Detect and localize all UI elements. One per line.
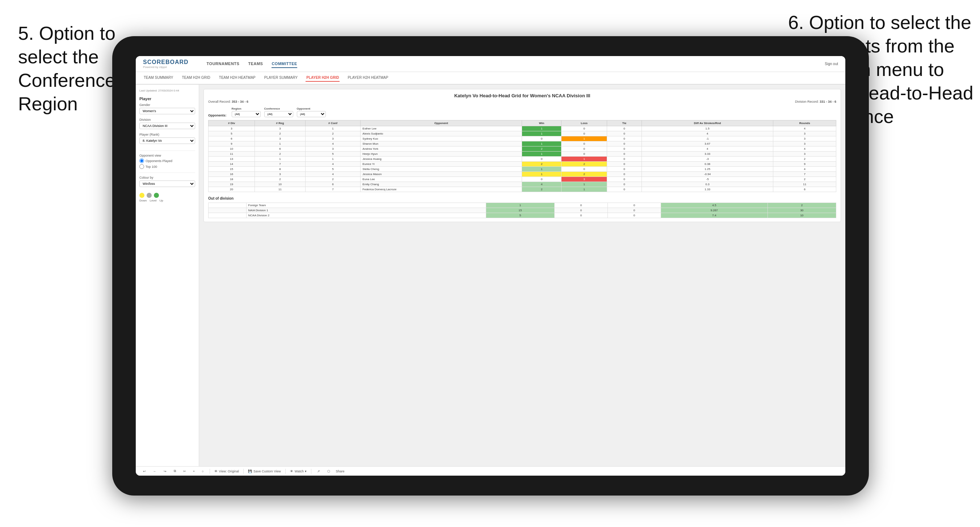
nav-teams[interactable]: TEAMS [248,60,263,68]
filter-region-label: Region [232,107,261,110]
last-updated-text: Last Updated: 27/03/2024 0:44 [139,89,195,92]
toolbar-redo[interactable]: ↪ [162,469,168,474]
tablet-screen: SCOREBOARD Powered by clippd TOURNAMENTS… [136,56,845,476]
player-rank-select[interactable]: 8. Katelyn Vo [139,137,195,144]
colour-dot-up [154,193,159,198]
logo-area: SCOREBOARD Powered by clippd [143,59,189,69]
opponents-filter-label: Opponents: [208,114,227,117]
subnav-team-summary[interactable]: TEAM SUMMARY [143,74,174,82]
filter-conference-select[interactable]: (All) [264,111,293,117]
division-select[interactable]: NCAA Division III [139,122,195,129]
colour-labels: Down Level Up [139,199,195,202]
filter-conference-label: Conference [264,107,293,110]
toolbar-sep2 [243,469,243,474]
out-of-division-title: Out of division [208,197,836,200]
toolbar-sep4 [311,469,311,474]
toolbar-share[interactable]: Share [336,470,345,473]
subnav-team-h2h-grid[interactable]: TEAM H2H GRID [181,74,211,82]
main-data-table: # Div # Reg # Conf Opponent Win Loss Tie… [208,120,836,192]
table-row: 1474Eunice Yi2200.389 [208,162,836,167]
table-row: 1125Heejo Hyun1003.333 [208,152,836,157]
col-reg: # Reg [255,121,305,126]
table-row: 914Sharon Mun1003.673 [208,141,836,146]
right-panel: Katelyn Vo Head-to-Head Grid for Women's… [199,85,845,466]
gender-select[interactable]: Women's [139,108,195,114]
toolbar-share-icon[interactable]: ↗ [316,469,321,474]
subnav-player-h2h-heatmap[interactable]: PLAYER H2H HEATMAP [347,74,389,82]
toolbar-back[interactable]: ← [152,469,158,474]
toolbar-save-custom-view[interactable]: 💾 Save Custom View [248,470,281,473]
table-row: 331Esther Lee1001.54 [208,126,836,131]
logo-sub: Powered by clippd [143,65,189,69]
col-opponent: Opponent [361,121,522,126]
filter-region-select[interactable]: (All) [232,111,261,117]
left-panel: Last Updated: 27/03/2024 0:44 Player Gen… [136,85,199,466]
table-row: 20117Federica Domecq Lacroze2101.336 [208,187,836,192]
grid-records: Overall Record: 353 - 34 - 6 Division Re… [208,100,836,103]
col-conf: # Conf [305,121,361,126]
table-row: 522Alexis Sudjianto10043 [208,131,836,137]
opponent-view-radio-group: Opponents Played Top 100 [139,159,195,169]
logo-text: SCOREBOARD [143,59,189,65]
toolbar-cut[interactable]: ✂ [182,469,188,474]
top-nav: SCOREBOARD Powered by clippd TOURNAMENTS… [136,56,845,72]
watch-icon: 👁 [290,470,293,473]
colour-label-down: Down [139,199,146,202]
subnav-player-summary[interactable]: PLAYER SUMMARY [264,74,298,82]
col-diff: Diff Av Strokes/Rnd [641,121,773,126]
out-of-division-section: Out of division Foreign Team1004.52NAIA … [208,197,836,218]
table-row: NAIA Division 115009.26730 [208,208,836,213]
col-tie: Tie [607,121,641,126]
subnav-player-h2h-grid[interactable]: PLAYER H2H GRID [305,74,340,82]
nav-committee[interactable]: COMMITTEE [272,60,297,68]
save-icon: 💾 [248,470,252,473]
eye-icon: 👁 [214,470,218,473]
toolbar-circle[interactable]: ○ [200,469,205,474]
toolbar-view-original[interactable]: 👁 View: Original [214,470,239,473]
division-label: Division [139,118,195,122]
colour-by-label: Colour by [139,176,195,179]
nav-items: TOURNAMENTS TEAMS COMMITTEE [207,60,814,68]
col-rounds: Rounds [773,121,836,126]
filter-group-opponent: Opponent (All) [297,107,326,117]
opponent-view-label: Opponent view [139,154,195,157]
grid-container: Katelyn Vo Head-to-Head Grid for Women's… [204,89,841,222]
toolbar-hex[interactable]: ⬡ [326,469,332,474]
col-loss: Loss [562,121,607,126]
out-of-division-table: Foreign Team1004.52NAIA Division 115009.… [208,203,836,218]
subnav-team-h2h-heatmap[interactable]: TEAM H2H HEATMAP [218,74,256,82]
table-row: 1063Andrea York20044 [208,146,836,152]
table-row: 19106Emily Chang4100.311 [208,182,836,187]
radio-top100[interactable]: Top 100 [139,164,195,169]
gender-label: Gender [139,103,195,107]
player-section-title: Player [139,97,195,101]
colour-label-level: Level [150,199,156,202]
col-div: # Div [208,121,255,126]
radio-opponents-played[interactable]: Opponents Played [139,159,195,163]
colour-dot-level [146,193,152,198]
toolbar-dot[interactable]: • [192,469,196,474]
table-row: NCAA Division 25007.410 [208,213,836,218]
bottom-toolbar: ↩ ← ↪ ⧉ ✂ • ○ 👁 View: Original 💾 Save Cu… [136,466,845,476]
filter-group-conference: Conference (All) [264,107,293,117]
toolbar-sep3 [285,469,286,474]
colour-label-up: Up [160,199,163,202]
colour-by-select[interactable]: Win/loss [139,181,195,187]
filter-group-region: Region (All) [232,107,261,117]
grid-title: Katelyn Vo Head-to-Head Grid for Women's… [208,93,836,98]
filter-opponent-select[interactable]: (All) [297,111,326,117]
toolbar-copy[interactable]: ⧉ [172,468,177,474]
toolbar-watch[interactable]: 👁 Watch ▾ [290,470,307,473]
table-row: 1822Euna Lee030-52 [208,177,836,182]
division-record: Division Record: 331 - 34 - 6 [795,100,836,103]
toolbar-undo[interactable]: ↩ [142,469,147,474]
col-win: Win [522,121,562,126]
table-row: 1634Jessica Mason120-0.947 [208,172,836,177]
overall-record: Overall Record: 353 - 34 - 6 [208,100,248,103]
sign-out-link[interactable]: Sign out [825,62,838,66]
nav-tournaments[interactable]: TOURNAMENTS [207,60,240,68]
filter-opponent-label: Opponent [297,107,326,110]
table-row: 633Sydney Kuo010-13 [208,137,836,141]
tablet-device: SCOREBOARD Powered by clippd TOURNAMENTS… [112,36,869,495]
colour-section: Colour by Win/loss Down Level Up [139,176,195,202]
